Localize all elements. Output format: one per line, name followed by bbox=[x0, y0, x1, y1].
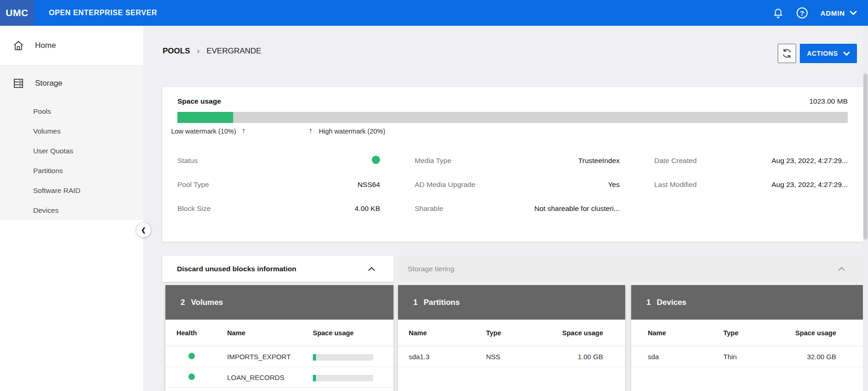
detail-label: Date Created bbox=[654, 157, 697, 165]
space-usage-cell bbox=[313, 373, 384, 381]
devices-count: 1 bbox=[646, 298, 651, 307]
watermarks: Low watermark (10%) ↑ ↑ High watermark (… bbox=[177, 127, 848, 139]
help-icon[interactable]: ? bbox=[797, 7, 808, 18]
umc-screen: UMC OPEN ENTERPRISE SERVER ? ADMIN bbox=[0, 0, 868, 391]
detail-label: AD Media Upgrade bbox=[415, 181, 475, 189]
detail-status: Status bbox=[177, 149, 380, 173]
breadcrumb-pools-link[interactable]: POOLS bbox=[163, 47, 190, 56]
space-cell: 32.00 GB bbox=[792, 353, 836, 361]
umc-logo[interactable]: UMC bbox=[0, 0, 34, 26]
breadcrumb-current: EVERGRANDE bbox=[206, 47, 261, 56]
space-usage-mini-bar bbox=[313, 354, 373, 361]
user-name: ADMIN bbox=[821, 9, 845, 17]
accordion-discard-label: Discard unused blocks information bbox=[177, 265, 296, 273]
pool-details-card: Space usage 1023.00 MB Low watermark (10… bbox=[162, 87, 863, 242]
sidebar-item-software-raid[interactable]: Software RAID bbox=[0, 181, 143, 200]
column-header-type: Type bbox=[723, 329, 792, 337]
devices-row-sda[interactable]: sdaThin32.00 GB bbox=[631, 346, 863, 367]
volumes-table-body: IMPORTS_EXPORTLOAN_RECORDS bbox=[165, 346, 393, 388]
devices-title: Devices bbox=[657, 298, 686, 307]
scrollbar-thumb[interactable] bbox=[863, 74, 868, 239]
detail-last-modified: Last ModifiedAug 23, 2022, 4:27:29... bbox=[654, 173, 848, 197]
partitions-row-sda1.3[interactable]: sda1.3NSS1.00 GB bbox=[398, 346, 625, 367]
health-ok-dot bbox=[188, 373, 195, 380]
detail-label: Media Type bbox=[415, 157, 452, 165]
user-menu[interactable]: ADMIN bbox=[821, 9, 857, 17]
detail-label: Sharable bbox=[415, 204, 443, 213]
space-usage-label: Space usage bbox=[177, 97, 221, 105]
detail-value: NSS64 bbox=[358, 181, 380, 189]
sidebar-item-devices[interactable]: Devices bbox=[0, 200, 143, 220]
sidebar-item-storage[interactable]: Storage bbox=[0, 65, 143, 101]
health-ok-dot bbox=[188, 353, 195, 359]
volumes-column-headers: HealthNameSpace usage bbox=[165, 320, 393, 346]
name-cell: LOAN_RECORDS bbox=[227, 373, 313, 381]
chevron-down-icon bbox=[843, 52, 850, 56]
devices-table: 1 Devices NameTypeSpace usage sdaThin32.… bbox=[631, 285, 863, 391]
status-ok-dot bbox=[372, 156, 380, 164]
actions-button[interactable]: ACTIONS bbox=[800, 44, 857, 63]
refresh-icon bbox=[782, 48, 792, 58]
sidebar-item-home[interactable]: Home bbox=[0, 26, 143, 65]
detail-media-type: Media TypeTrusteeIndex bbox=[415, 149, 620, 173]
partitions-column-headers: NameTypeSpace usage bbox=[398, 320, 625, 346]
partitions-table-body: sda1.3NSS1.00 GB bbox=[398, 346, 625, 367]
volumes-table: 2 Volumes HealthNameSpace usage IMPORTS_… bbox=[165, 285, 393, 391]
notifications-bell-icon[interactable] bbox=[773, 7, 784, 19]
sidebar-item-pools[interactable]: Pools bbox=[0, 101, 143, 121]
topbar: UMC OPEN ENTERPRISE SERVER ? ADMIN bbox=[0, 0, 868, 26]
low-watermark-label: Low watermark (10%) bbox=[171, 128, 236, 135]
space-usage-cell bbox=[313, 352, 384, 360]
volumes-table-header: 2 Volumes bbox=[165, 285, 393, 320]
partitions-table: 1 Partitions NameTypeSpace usage sda1.3N… bbox=[398, 285, 625, 391]
column-header-name: Name bbox=[409, 329, 486, 337]
chevron-up-icon bbox=[368, 267, 375, 271]
chevron-up-icon bbox=[838, 267, 845, 271]
space-usage-mini-bar bbox=[313, 375, 373, 381]
column-header-space-usage: Space usage bbox=[313, 329, 384, 337]
sidebar-storage-list: PoolsVolumesUser QuotasPartitionsSoftwar… bbox=[0, 101, 143, 220]
detail-value: 4.00 KB bbox=[355, 204, 380, 213]
sidebar-item-user-quotas[interactable]: User Quotas bbox=[0, 141, 143, 161]
name-cell: IMPORTS_EXPORT bbox=[227, 353, 313, 361]
accordion-storage-tiering[interactable]: Storage tiering bbox=[398, 256, 863, 282]
space-usage-bar bbox=[177, 112, 848, 123]
type-cell: Thin bbox=[723, 353, 792, 361]
partitions-count: 1 bbox=[413, 298, 417, 307]
detail-ad-media-upgrade: AD Media UpgradeYes bbox=[415, 173, 620, 197]
space-usage-mini-fill bbox=[313, 375, 316, 381]
accordion-row: Discard unused blocks information Storag… bbox=[162, 256, 863, 282]
sidebar-item-volumes[interactable]: Volumes bbox=[0, 121, 143, 141]
column-header-space-usage: Space usage bbox=[555, 329, 603, 337]
chevron-down-icon bbox=[850, 11, 857, 15]
storage-icon bbox=[13, 78, 24, 88]
topbar-right: ? ADMIN bbox=[773, 7, 868, 19]
volumes-row-loan_records[interactable]: LOAN_RECORDS bbox=[165, 367, 393, 388]
volumes-count: 2 bbox=[181, 298, 185, 307]
space-cell: 1.00 GB bbox=[555, 353, 603, 361]
detail-label: Block Size bbox=[177, 204, 211, 213]
volumes-title: Volumes bbox=[191, 298, 223, 307]
pool-details-grid: StatusMedia TypeTrusteeIndexDate Created… bbox=[177, 149, 848, 221]
volumes-row-imports_export[interactable]: IMPORTS_EXPORT bbox=[165, 346, 393, 367]
sidebar-collapse-button[interactable]: ❮ bbox=[136, 223, 151, 237]
detail-value: TrusteeIndex bbox=[578, 157, 620, 165]
main-content: POOLS › EVERGRANDE ACTIONS Space usage 1… bbox=[143, 26, 868, 391]
home-icon bbox=[13, 40, 24, 51]
column-header-name: Name bbox=[227, 329, 313, 337]
detail-pool-type: Pool TypeNSS64 bbox=[177, 173, 380, 197]
accordion-discard-blocks[interactable]: Discard unused blocks information bbox=[162, 256, 394, 282]
devices-column-headers: NameTypeSpace usage bbox=[631, 320, 863, 346]
space-usage-header: Space usage 1023.00 MB bbox=[177, 97, 848, 105]
detail-label: Status bbox=[177, 157, 198, 165]
sidebar-item-partitions[interactable]: Partitions bbox=[0, 161, 143, 181]
high-watermark-arrow-icon: ↑ bbox=[309, 127, 312, 135]
column-header-name: Name bbox=[648, 329, 723, 337]
sidebar-home-label: Home bbox=[35, 41, 56, 50]
vertical-scrollbar[interactable] bbox=[863, 26, 868, 391]
accordion-tiering-label: Storage tiering bbox=[408, 265, 454, 273]
column-header-type: Type bbox=[486, 329, 555, 337]
low-watermark-arrow-icon: ↑ bbox=[242, 127, 246, 135]
refresh-button[interactable] bbox=[778, 44, 796, 63]
sidebar: Home Storage PoolsVolumesUser QuotasPart… bbox=[0, 26, 143, 391]
